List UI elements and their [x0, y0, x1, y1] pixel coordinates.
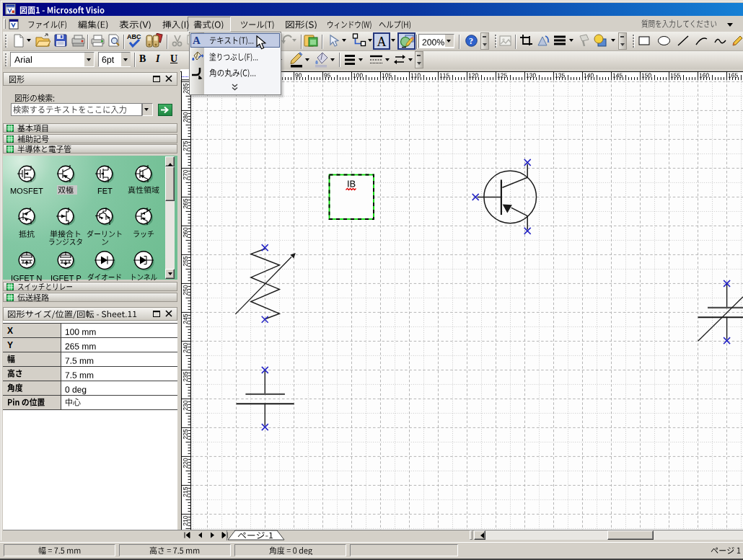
svg-text:?: ? — [469, 36, 473, 46]
svg-text:A: A — [377, 35, 387, 49]
svg-text:A: A — [193, 35, 201, 46]
svg-text:ABC: ABC — [127, 33, 141, 40]
